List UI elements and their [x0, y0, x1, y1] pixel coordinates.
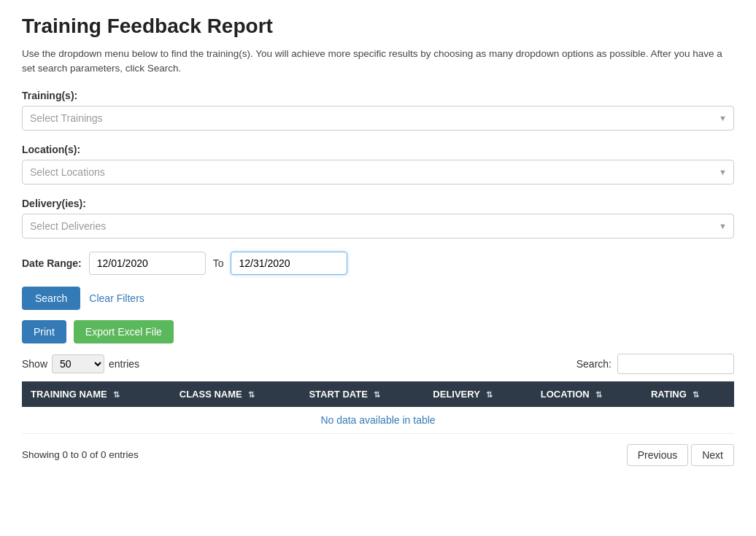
col-start-date[interactable]: START DATE ⇅ [300, 381, 424, 407]
no-data-cell: No data available in table [22, 407, 734, 434]
table-controls: Show 50 10 25 100 entries Search: [22, 354, 734, 374]
sort-icon-location: ⇅ [595, 390, 602, 400]
col-class-name[interactable]: CLASS NAME ⇅ [171, 381, 301, 407]
col-rating[interactable]: RATING ⇅ [642, 381, 734, 407]
sort-icon-rating: ⇅ [693, 390, 699, 400]
header-row: TRAINING NAME ⇅ CLASS NAME ⇅ START DATE … [22, 381, 734, 407]
next-button[interactable]: Next [691, 444, 734, 466]
col-training-name[interactable]: TRAINING NAME ⇅ [22, 381, 171, 407]
col-delivery[interactable]: DELIVERY ⇅ [424, 381, 531, 407]
pagination-row: Showing 0 to 0 of 0 entries Previous Nex… [22, 444, 734, 466]
sort-icon-delivery: ⇅ [486, 390, 493, 400]
show-entries: Show 50 10 25 100 entries [22, 354, 139, 373]
table-search-label: Search: [576, 358, 612, 370]
date-from-input[interactable] [89, 252, 206, 275]
action-row: Search Clear Filters [22, 287, 734, 310]
secondary-row: Print Export Excel File [22, 320, 734, 343]
locations-label: Location(s): [22, 144, 734, 155]
date-range-row: Date Range: To [22, 252, 734, 275]
page-description: Use the dropdown menu below to find the … [22, 47, 734, 77]
data-table: TRAINING NAME ⇅ CLASS NAME ⇅ START DATE … [22, 381, 734, 434]
table-header: TRAINING NAME ⇅ CLASS NAME ⇅ START DATE … [22, 381, 734, 407]
table-search-box: Search: [576, 354, 734, 374]
col-delivery-label: DELIVERY [433, 389, 479, 400]
deliveries-label: Delivery(ies): [22, 198, 734, 209]
sort-icon-class-name: ⇅ [248, 390, 255, 400]
sort-icon-training-name: ⇅ [113, 390, 120, 400]
deliveries-group: Delivery(ies): Select Deliveries [22, 198, 734, 238]
trainings-select[interactable]: Select Trainings [22, 106, 734, 131]
pagination-buttons: Previous Next [627, 444, 734, 466]
col-class-name-label: CLASS NAME [180, 389, 242, 400]
col-start-date-label: START DATE [309, 389, 367, 400]
show-label: Show [22, 358, 47, 370]
page-title: Training Feedback Report [22, 15, 734, 38]
previous-button[interactable]: Previous [627, 444, 688, 466]
date-to-input[interactable] [231, 252, 347, 275]
trainings-group: Training(s): Select Trainings [22, 90, 734, 131]
export-excel-button[interactable]: Export Excel File [74, 320, 174, 343]
date-range-label: Date Range: [22, 257, 82, 269]
search-button[interactable]: Search [22, 287, 80, 310]
no-data-row: No data available in table [22, 407, 734, 434]
col-rating-label: RATING [651, 389, 687, 400]
entries-label: entries [109, 358, 139, 370]
locations-select-wrapper: Select Locations [22, 160, 734, 185]
col-location[interactable]: LOCATION ⇅ [532, 381, 642, 407]
date-to-label: To [213, 257, 224, 269]
showing-text: Showing 0 to 0 of 0 entries [22, 449, 139, 460]
trainings-select-wrapper: Select Trainings [22, 106, 734, 131]
entries-select[interactable]: 50 10 25 100 [52, 354, 104, 373]
locations-group: Location(s): Select Locations [22, 144, 734, 185]
trainings-label: Training(s): [22, 90, 734, 101]
table-search-input[interactable] [617, 354, 734, 374]
locations-select[interactable]: Select Locations [22, 160, 734, 185]
sort-icon-start-date: ⇅ [374, 390, 380, 400]
col-location-label: LOCATION [541, 389, 590, 400]
deliveries-select-wrapper: Select Deliveries [22, 214, 734, 238]
col-training-name-label: TRAINING NAME [31, 389, 107, 400]
deliveries-select[interactable]: Select Deliveries [22, 214, 734, 238]
clear-filters-button[interactable]: Clear Filters [89, 292, 144, 304]
print-button[interactable]: Print [22, 320, 66, 343]
table-body: No data available in table [22, 407, 734, 434]
